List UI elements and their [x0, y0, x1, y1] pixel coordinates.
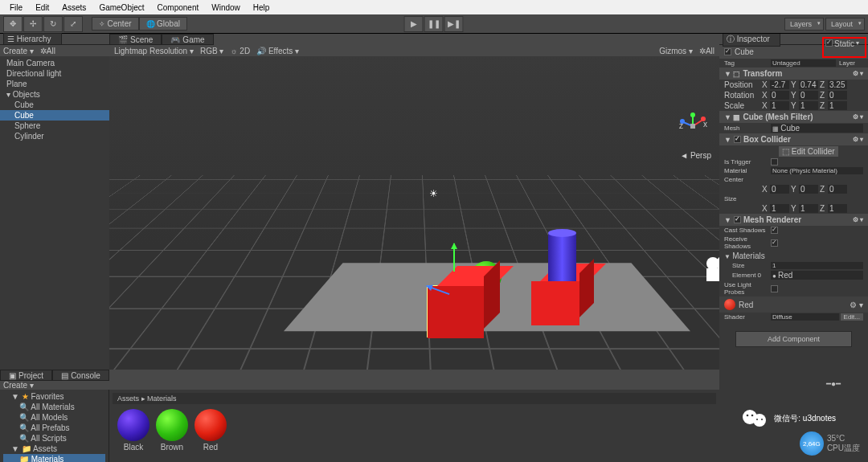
static-checkbox[interactable] [825, 39, 833, 47]
scl-z-field[interactable]: 1 [828, 101, 847, 110]
rot-y-field[interactable]: 0 [799, 91, 818, 100]
2d-toggle[interactable]: ☼ 2D [230, 47, 250, 55]
hierarchy-item-plane[interactable]: Plane [0, 79, 109, 89]
menu-assets[interactable]: Assets [55, 3, 92, 12]
shader-edit-button[interactable]: Edit... [841, 313, 863, 321]
rot-z-field[interactable]: 0 [828, 91, 847, 100]
gizmos-dropdown[interactable]: Gizmos ▾ [659, 47, 693, 55]
fav-all-prefabs[interactable]: 🔍 All Prefabs [3, 423, 105, 433]
inspector-tab[interactable]: ⓘ Inspector [723, 34, 780, 47]
shader-dropdown[interactable]: Diffuse [771, 313, 839, 321]
game-tab[interactable]: 🎮Game [162, 34, 213, 45]
recvshadows-checkbox[interactable] [771, 239, 778, 247]
scene-viewport[interactable]: ☀ zx ◄ Persp [109, 56, 719, 370]
pivot-toggle[interactable]: ✧ Center [92, 17, 139, 31]
hierarchy-item-cube-selected[interactable]: Cube [0, 110, 109, 121]
hierarchy-item-objects[interactable]: ▾ Objects [0, 89, 109, 100]
layers-dropdown[interactable]: Layers [784, 18, 824, 31]
hierarchy-item-cylinder[interactable]: Cylinder [0, 131, 109, 141]
pos-x-field[interactable]: -2.7 [770, 80, 789, 89]
material-slot-field[interactable]: ● Red [771, 271, 863, 280]
material-asset-black[interactable]: Black [117, 409, 149, 452]
meshrenderer-component-header[interactable]: ▼ Mesh Renderer⚙ ▾ [719, 214, 868, 226]
collider-enabled-checkbox[interactable] [734, 136, 741, 143]
project-panel: ▣ Project ▤ Console Create ▾ ━●━ ▼ ★ Fav… [0, 370, 719, 462]
renderer-enabled-checkbox[interactable] [734, 216, 741, 223]
cube-object-2 [531, 281, 579, 325]
hierarchy-item-main-camera[interactable]: Main Camera [0, 58, 109, 68]
hand-tool-button[interactable]: ✥ [3, 16, 23, 32]
menu-window[interactable]: Window [205, 3, 247, 12]
scl-x-field[interactable]: 1 [770, 101, 789, 110]
fav-all-materials[interactable]: 🔍 All Materials [3, 402, 105, 412]
favorites-folder[interactable]: ▼ ★ Favorites [3, 391, 105, 402]
add-component-button[interactable]: Add Component [735, 331, 852, 347]
boxcollider-component-header[interactable]: ▼ Box Collider⚙ ▾ [719, 133, 868, 145]
menu-file[interactable]: File [3, 3, 29, 12]
project-create-dropdown[interactable]: Create ▾ [3, 381, 34, 390]
render-mode-dropdown[interactable]: RGB ▾ [200, 47, 223, 55]
hierarchy-item-directional-light[interactable]: Directional light [0, 68, 109, 79]
istrigger-checkbox[interactable] [771, 158, 778, 166]
assets-folder[interactable]: ▼ 📁 Assets [3, 444, 105, 454]
meshfilter-component-header[interactable]: ▼ ▦ Cube (Mesh Filter)⚙ ▾ [719, 111, 868, 123]
svg-point-16 [761, 419, 763, 420]
hierarchy-create-dropdown[interactable]: Create ▾ [3, 47, 34, 55]
pause-button[interactable]: ❚❚ [424, 16, 444, 32]
inspector-panel: ⓘ Inspector Cube Static ▾ Tag Untagged L… [719, 34, 868, 370]
menu-component[interactable]: Component [151, 3, 206, 12]
rotate-tool-button[interactable]: ↻ [43, 16, 63, 32]
svg-point-13 [747, 415, 749, 417]
fav-all-models[interactable]: 🔍 All Models [3, 412, 105, 423]
project-breadcrumb[interactable]: Assets ▸ Materials [113, 393, 716, 404]
layout-dropdown[interactable]: Layout [825, 18, 865, 31]
menu-help[interactable]: Help [247, 3, 276, 12]
pos-y-field[interactable]: 0.74 [799, 80, 818, 89]
hierarchy-item-cube[interactable]: Cube [0, 100, 109, 110]
effects-dropdown[interactable]: 🔊 Effects ▾ [256, 47, 299, 55]
menu-edit[interactable]: Edit [29, 3, 55, 12]
materials-folder[interactable]: 📁 Materials [3, 454, 105, 462]
gear-icon[interactable]: ⚙ ▾ [850, 301, 863, 309]
gear-icon[interactable]: ⚙ ▾ [853, 136, 863, 143]
material-asset-brown[interactable]: Brown [156, 409, 188, 452]
temperature-widget: 2,64G 35°CCPU温度 [800, 431, 860, 456]
scene-panel: 🎬Scene 🎮Game Lightmap Resolution ▾ RGB ▾… [109, 34, 719, 370]
edit-collider-button[interactable]: ⬚ Edit Collider [779, 146, 838, 157]
orientation-gizmo[interactable]: zx ◄ Persp [679, 112, 707, 141]
gear-icon[interactable]: ⚙ ▾ [853, 113, 863, 121]
scene-search-filter[interactable]: ✲All [699, 47, 714, 55]
castshadows-checkbox[interactable] [771, 227, 778, 234]
physicmaterial-field[interactable]: None (Physic Material) [771, 167, 863, 174]
hierarchy-search-filter[interactable]: ✲All [40, 47, 55, 55]
gameobject-enabled-checkbox[interactable] [724, 48, 731, 55]
scl-y-field[interactable]: 1 [799, 101, 818, 110]
lightprobes-checkbox[interactable] [771, 285, 778, 292]
fav-all-scripts[interactable]: 🔍 All Scripts [3, 433, 105, 444]
scale-tool-button[interactable]: ⤢ [63, 16, 83, 32]
draw-mode-dropdown[interactable]: Lightmap Resolution ▾ [114, 47, 194, 55]
move-tool-button[interactable]: ✢ [23, 16, 43, 32]
rot-x-field[interactable]: 0 [770, 91, 789, 100]
transform-component-header[interactable]: ▼ ⬚ Transform⚙ ▾ [719, 67, 868, 80]
menu-gameobject[interactable]: GameObject [92, 3, 150, 12]
gear-icon[interactable]: ⚙ ▾ [853, 70, 863, 77]
pos-z-field[interactable]: 3.25 [828, 80, 847, 89]
mesh-field[interactable]: ▦ Cube [771, 124, 863, 133]
cube-object-selected[interactable] [427, 285, 483, 337]
gear-icon[interactable]: ⚙ ▾ [853, 216, 863, 223]
tag-dropdown[interactable]: Untagged [771, 59, 836, 67]
step-button[interactable]: ▶❚ [444, 16, 464, 32]
gameobject-name-field[interactable]: Cube [735, 47, 754, 56]
hierarchy-tab[interactable]: ☰ Hierarchy [3, 33, 62, 45]
hierarchy-item-sphere[interactable]: Sphere [0, 121, 109, 131]
perspective-label[interactable]: ◄ Persp [680, 151, 711, 160]
thumbnail-size-slider[interactable]: ━●━ [826, 379, 858, 388]
project-tab[interactable]: ▣ Project [0, 370, 52, 381]
material-asset-red[interactable]: Red [194, 409, 227, 452]
space-toggle[interactable]: 🌐 Global [139, 17, 187, 31]
console-tab[interactable]: ▤ Console [52, 370, 109, 381]
scene-options-bar: Lightmap Resolution ▾ RGB ▾ ☼ 2D 🔊 Effec… [109, 45, 719, 56]
scene-tab[interactable]: 🎬Scene [109, 34, 162, 45]
play-button[interactable]: ▶ [404, 16, 424, 32]
